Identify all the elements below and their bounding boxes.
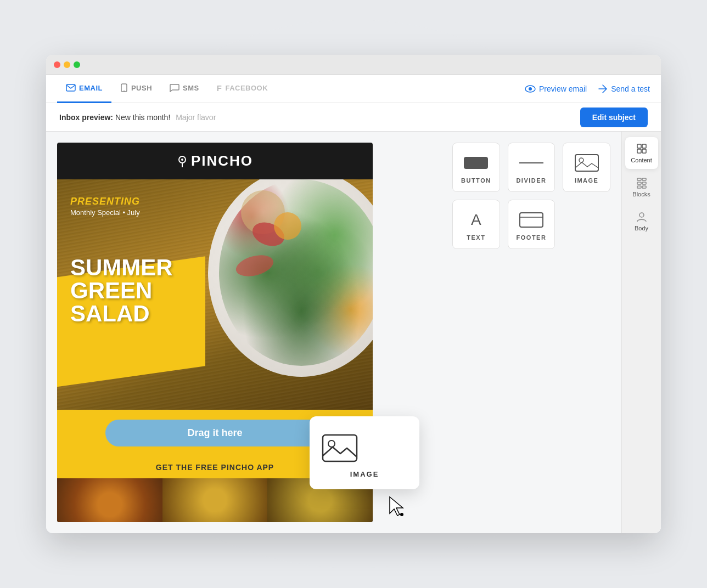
content-grid: BUTTON DIVIDER — [452, 143, 610, 249]
svg-point-12 — [579, 158, 583, 162]
traffic-lights — [54, 61, 80, 68]
svg-rect-0 — [66, 84, 75, 91]
inbox-subject: New this month! — [115, 113, 170, 122]
svg-rect-17 — [637, 149, 641, 153]
divider-label: DIVIDER — [516, 177, 546, 184]
svg-point-6 — [181, 159, 183, 161]
sms-icon — [170, 83, 179, 92]
inbox-preview-text: Inbox preview: New this month! Major fla… — [59, 113, 216, 122]
content-tab-label: Content — [631, 157, 652, 163]
pincho-pin-icon — [177, 155, 188, 167]
right-panel: BUTTON DIVIDER — [441, 132, 661, 533]
facebook-icon: f — [217, 83, 222, 93]
nav-bar: EMAIL PUSH SMS — [46, 75, 661, 103]
floating-card-icon — [321, 433, 408, 463]
push-icon — [120, 83, 128, 93]
floating-card-label: IMAGE — [321, 470, 408, 478]
image-item-icon — [573, 154, 601, 172]
maximize-button[interactable] — [74, 61, 80, 68]
svg-rect-24 — [642, 186, 646, 188]
svg-rect-23 — [637, 186, 641, 188]
svg-point-25 — [639, 213, 644, 217]
svg-rect-18 — [642, 149, 646, 153]
content-item-button[interactable]: BUTTON — [452, 143, 500, 192]
title-bar — [46, 55, 661, 75]
svg-point-2 — [124, 91, 125, 92]
food-thumb-2 — [162, 478, 268, 522]
inbox-label: Inbox preview: — [59, 113, 113, 122]
send-icon — [598, 84, 608, 94]
svg-rect-11 — [575, 155, 598, 171]
hero-text: PRESENTING Monthly Special • July — [70, 196, 140, 217]
content-item-text[interactable]: A TEXT — [452, 200, 500, 249]
divider-icon — [518, 154, 545, 172]
facebook-tab-label: FACEBOOK — [225, 84, 268, 92]
content-panel: BUTTON DIVIDER — [441, 132, 621, 533]
floating-image-card[interactable]: IMAGE — [310, 416, 419, 489]
content-item-divider[interactable]: DIVIDER — [508, 143, 556, 192]
svg-rect-20 — [642, 178, 646, 180]
content-item-image[interactable]: IMAGE — [563, 143, 610, 192]
tab-sms[interactable]: SMS — [161, 75, 208, 103]
footer-icon — [518, 211, 545, 229]
salad-title: SUMMER GREEN SALAD — [70, 256, 173, 325]
salad-title-text: SUMMER GREEN SALAD — [70, 256, 173, 325]
button-label: BUTTON — [461, 177, 491, 184]
side-tab-content[interactable]: Content — [625, 137, 658, 169]
edit-subject-button[interactable]: Edit subject — [580, 108, 648, 127]
drag-target[interactable]: Drag it here — [105, 420, 325, 446]
svg-point-10 — [400, 513, 403, 516]
blocks-tab-icon — [636, 177, 648, 189]
nav-actions: Preview email Send a test — [525, 84, 650, 94]
inbox-bar: Inbox preview: New this month! Major fla… — [46, 103, 661, 132]
sms-tab-label: SMS — [183, 84, 199, 92]
text-icon: A — [462, 211, 490, 229]
svg-rect-22 — [642, 182, 646, 184]
svg-rect-13 — [520, 213, 543, 227]
button-icon — [462, 154, 490, 172]
footer-label: FOOTER — [517, 234, 547, 241]
image-label: IMAGE — [575, 177, 599, 184]
minimize-button[interactable] — [64, 61, 70, 68]
preview-icon — [525, 85, 536, 93]
cursor-icon — [386, 495, 406, 517]
side-tab-blocks[interactable]: Blocks — [625, 171, 658, 203]
email-tab-label: EMAIL — [79, 84, 103, 92]
monthly-special: Monthly Special • July — [70, 208, 140, 217]
svg-point-4 — [529, 87, 532, 91]
svg-rect-8 — [323, 435, 357, 461]
inbox-preview-value: Major flavor — [176, 113, 216, 122]
svg-rect-1 — [121, 84, 127, 92]
blocks-tab-label: Blocks — [632, 191, 650, 197]
close-button[interactable] — [54, 61, 60, 68]
svg-rect-15 — [637, 144, 641, 148]
preview-label: Preview email — [539, 84, 587, 93]
tab-push[interactable]: PUSH — [111, 75, 161, 103]
email-hero: PRESENTING Monthly Special • July SUMMER… — [57, 179, 373, 410]
email-preview-area: PINCHO — [46, 132, 441, 533]
svg-rect-16 — [642, 144, 646, 148]
tab-email[interactable]: EMAIL — [57, 75, 111, 103]
content-tab-icon — [636, 143, 648, 155]
pincho-logo: PINCHO — [177, 152, 253, 169]
svg-point-9 — [328, 440, 335, 447]
side-tab-body[interactable]: Body — [625, 205, 658, 237]
tab-facebook[interactable]: f FACEBOOK — [208, 75, 277, 103]
svg-rect-21 — [637, 182, 641, 184]
email-header: PINCHO — [57, 143, 373, 179]
body-tab-label: Body — [635, 225, 648, 231]
email-icon — [66, 84, 76, 92]
send-test-label: Send a test — [611, 84, 650, 93]
send-test-button[interactable]: Send a test — [598, 84, 650, 94]
nav-tabs: EMAIL PUSH SMS — [57, 75, 525, 103]
presenting-text: PRESENTING — [70, 196, 140, 207]
svg-rect-19 — [637, 178, 641, 180]
content-item-footer[interactable]: FOOTER — [508, 200, 556, 249]
preview-email-button[interactable]: Preview email — [525, 84, 587, 93]
main-content: PINCHO — [46, 132, 661, 533]
side-tabs: Content Blocks — [621, 132, 661, 533]
food-thumb-1 — [57, 478, 162, 522]
text-label: TEXT — [467, 234, 485, 241]
push-tab-label: PUSH — [131, 84, 152, 92]
body-tab-icon — [636, 211, 648, 223]
